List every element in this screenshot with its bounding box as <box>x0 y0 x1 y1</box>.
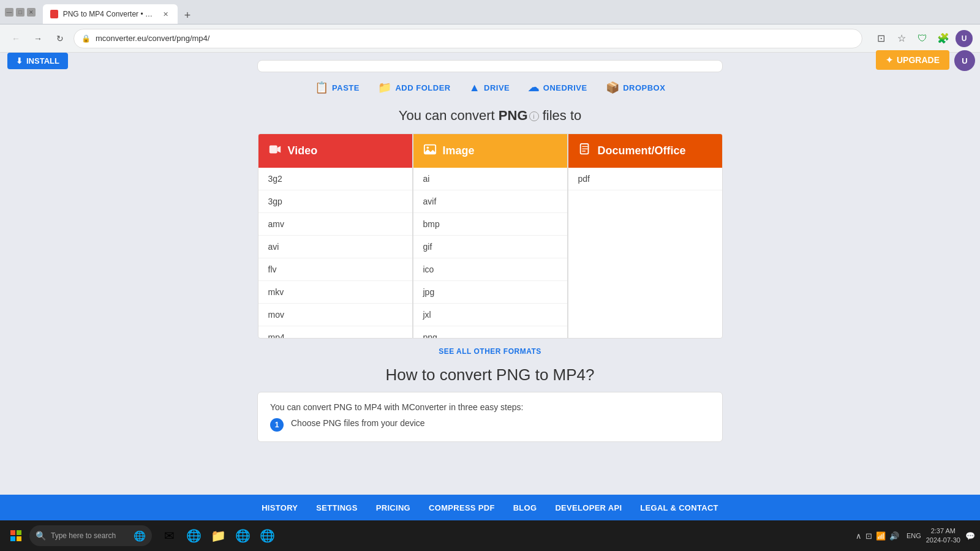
tray-screen[interactable]: ⊡ <box>865 531 872 541</box>
footer-developer-api[interactable]: DEVELOPER API <box>555 503 622 512</box>
list-item[interactable]: mov <box>258 304 412 326</box>
instructions-intro: You can convert PNG to MP4 with MConvert… <box>270 402 710 412</box>
taskbar-mail[interactable]: ✉ <box>158 525 180 547</box>
step-1-number: 1 <box>270 418 284 432</box>
info-icon[interactable]: i <box>529 111 539 121</box>
minimize-button[interactable]: — <box>5 8 13 17</box>
image-icon <box>423 143 437 159</box>
list-item[interactable]: png <box>413 326 567 338</box>
list-item[interactable]: 3g2 <box>258 168 412 190</box>
format-cards: Video 3g2 3gp amv avi flv mkv mov mp4 mp… <box>248 133 732 339</box>
nav-icons: ⊡ ☆ 🛡 🧩 U <box>872 30 973 47</box>
taskbar-search-placeholder: Type here to search <box>51 531 116 540</box>
taskbar-chrome-2[interactable]: 🌐 <box>232 525 254 547</box>
document-format-list[interactable]: pdf <box>568 168 722 190</box>
install-label: INSTALL <box>26 56 59 66</box>
footer-compress-pdf[interactable]: COMPRESS PDF <box>429 503 495 512</box>
user-avatar[interactable]: U <box>954 50 975 71</box>
heading-prefix: You can convert <box>399 108 499 123</box>
step-1-text: Choose PNG files from your device <box>291 418 425 428</box>
extensions-icon[interactable]: 🧩 <box>935 30 952 47</box>
footer-history[interactable]: HISTORY <box>262 503 298 512</box>
tab-bar: PNG to MP4 Converter • Online ✕ + <box>43 0 196 24</box>
tray-up-arrow[interactable]: ∧ <box>856 531 862 541</box>
image-card-header: Image <box>413 134 567 168</box>
taskbar: 🔍 Type here to search 🌐 ✉ 🌐 📁 🌐 🌐 ∧ ⊡ 📶 … <box>0 520 980 551</box>
upgrade-button[interactable]: ✦ UPGRADE <box>876 50 949 70</box>
list-item[interactable]: bmp <box>413 213 567 236</box>
list-item[interactable]: avif <box>413 190 567 213</box>
instructions-box: You can convert PNG to MP4 with MConvert… <box>257 392 723 442</box>
document-icon <box>578 143 592 159</box>
add-folder-label: ADD FOLDER <box>395 83 450 92</box>
onedrive-button[interactable]: ☁ ONEDRIVE <box>528 81 587 94</box>
dropbox-button[interactable]: 📦 DROPBOX <box>606 81 666 94</box>
forward-button[interactable]: → <box>29 30 47 47</box>
search-icon: 🔍 <box>36 531 46 541</box>
list-item[interactable]: mkv <box>258 281 412 304</box>
paste-button[interactable]: 📋 PASTE <box>315 81 360 94</box>
install-icon: ⬇ <box>16 56 23 66</box>
language-badge[interactable]: ENG <box>907 532 921 539</box>
footer-pricing[interactable]: PRICING <box>376 503 410 512</box>
list-item[interactable]: mp4 <box>258 326 412 338</box>
list-item[interactable]: jpg <box>413 281 567 304</box>
taskbar-search[interactable]: 🔍 Type here to search 🌐 <box>29 525 152 546</box>
restore-button[interactable]: □ <box>16 8 24 17</box>
extension-icon[interactable]: 🛡 <box>914 30 931 47</box>
footer-settings[interactable]: SETTINGS <box>316 503 357 512</box>
taskbar-folder[interactable]: 📁 <box>207 525 229 547</box>
video-format-list[interactable]: 3g2 3gp amv avi flv mkv mov mp4 mpeg web… <box>258 168 412 338</box>
drive-button[interactable]: ▲ DRIVE <box>469 81 510 94</box>
footer-blog[interactable]: BLOG <box>513 503 537 512</box>
list-item[interactable]: 3gp <box>258 190 412 213</box>
list-item[interactable]: ico <box>413 258 567 281</box>
new-tab-button[interactable]: + <box>179 7 196 24</box>
tab-active[interactable]: PNG to MP4 Converter • Online ✕ <box>43 4 178 24</box>
folder-icon: 📁 <box>378 81 392 94</box>
address-bar[interactable]: 🔒 mconverter.eu/convert/png/mp4/ <box>74 29 862 48</box>
list-item[interactable]: ai <box>413 168 567 190</box>
list-item[interactable]: amv <box>258 213 412 236</box>
image-format-list[interactable]: ai avif bmp gif ico jpg jxl png svg tiff <box>413 168 567 338</box>
how-to-heading: How to convert PNG to MP4? <box>0 365 980 384</box>
bookmark-icon[interactable]: ☆ <box>893 30 910 47</box>
tab-close-button[interactable]: ✕ <box>162 9 170 19</box>
taskbar-chrome-1[interactable]: 🌐 <box>183 525 205 547</box>
tray-network[interactable]: 📶 <box>876 531 886 541</box>
close-button[interactable]: ✕ <box>27 8 36 17</box>
window-controls: — □ ✕ <box>5 8 36 17</box>
taskbar-chrome-3[interactable]: 🌐 <box>256 525 278 547</box>
footer-nav: HISTORY SETTINGS PRICING COMPRESS PDF BL… <box>0 495 980 520</box>
list-item[interactable]: pdf <box>568 168 722 190</box>
footer-legal[interactable]: LEGAL & CONTACT <box>640 503 718 512</box>
taskbar-right: ∧ ⊡ 📶 🔊 ENG 2:37 AM 2024-07-30 💬 <box>856 527 975 545</box>
see-all-formats-link[interactable]: SEE ALL OTHER FORMATS <box>0 347 980 356</box>
document-card-header: Document/Office <box>568 134 722 168</box>
refresh-button[interactable]: ↻ <box>51 30 69 47</box>
url-text: mconverter.eu/convert/png/mp4/ <box>96 34 209 43</box>
list-item[interactable]: gif <box>413 236 567 258</box>
cast-icon[interactable]: ⊡ <box>872 30 889 47</box>
heading-suffix: files to <box>539 108 582 123</box>
onedrive-label: ONEDRIVE <box>543 83 587 92</box>
list-item[interactable]: flv <box>258 258 412 281</box>
add-folder-button[interactable]: 📁 ADD FOLDER <box>378 81 451 94</box>
taskbar-clock[interactable]: 2:37 AM 2024-07-30 <box>926 527 960 545</box>
tray-volume[interactable]: 🔊 <box>889 531 899 541</box>
browser-chrome: — □ ✕ PNG to MP4 Converter • Online ✕ + <box>0 0 980 24</box>
back-button[interactable]: ← <box>7 30 24 47</box>
notification-icon[interactable]: 💬 <box>965 531 975 541</box>
svg-marker-4 <box>424 149 435 154</box>
earth-icon: 🌐 <box>134 530 146 542</box>
dropbox-label: DROPBOX <box>623 83 665 92</box>
list-item[interactable]: jxl <box>413 304 567 326</box>
upload-area[interactable] <box>257 60 723 72</box>
profile-avatar[interactable]: U <box>956 30 973 47</box>
drive-label: DRIVE <box>484 83 510 92</box>
svg-marker-1 <box>277 146 281 153</box>
list-item[interactable]: avi <box>258 236 412 258</box>
start-button[interactable] <box>5 525 27 547</box>
install-button[interactable]: ⬇ INSTALL <box>7 53 68 69</box>
document-card-title: Document/Office <box>598 144 686 157</box>
